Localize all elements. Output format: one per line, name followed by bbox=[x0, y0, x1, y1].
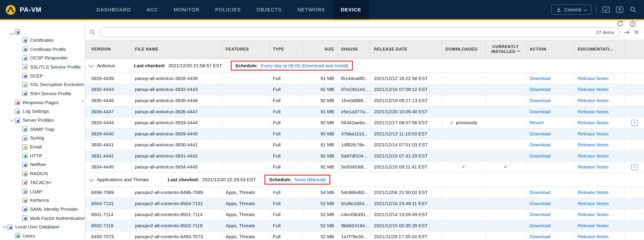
save-config-icon[interactable] bbox=[602, 5, 610, 14]
nav-item-acc[interactable]: ACC bbox=[139, 0, 166, 19]
refresh-icon[interactable] bbox=[617, 20, 624, 27]
release-notes-link[interactable]: Release Notes bbox=[578, 223, 609, 228]
release-notes-link[interactable]: Release Notes bbox=[578, 153, 609, 158]
nav-item-device[interactable]: DEVICE bbox=[333, 0, 369, 19]
sidebar-item-response-pages[interactable]: Response Pages bbox=[0, 98, 85, 107]
download-link[interactable]: Download bbox=[530, 98, 551, 103]
download-link[interactable]: Download bbox=[530, 109, 551, 114]
collapse-group-icon[interactable] bbox=[89, 177, 94, 182]
column-header-documentation[interactable]: DOCUMENTATI... bbox=[574, 40, 624, 58]
column-header-release_date[interactable]: RELEASE DATE bbox=[370, 40, 442, 58]
download-link[interactable]: Download bbox=[530, 153, 551, 158]
nav-item-network[interactable]: NETWORK bbox=[290, 0, 333, 19]
sidebar-item-partial[interactable] bbox=[0, 20, 85, 36]
cell-type: Full bbox=[270, 106, 303, 117]
update-row: 8502-7118panupv2-all-contents-8502-7118A… bbox=[86, 220, 644, 231]
sidebar-item-syslog[interactable]: Syslog bbox=[0, 134, 85, 143]
cell-sha256: 47bba1115... bbox=[338, 128, 370, 139]
release-notes-link[interactable]: Release Notes bbox=[578, 142, 609, 147]
server-profiles-icon bbox=[15, 118, 20, 123]
filter-input[interactable] bbox=[105, 29, 596, 35]
last-checked-value: 2021/12/20 22:29:53 EST bbox=[202, 177, 256, 182]
nav-item-monitor[interactable]: MONITOR bbox=[166, 0, 208, 19]
sidebar-item-server-profiles[interactable]: Server Profiles bbox=[0, 116, 85, 125]
nav-item-objects[interactable]: OBJECTS bbox=[248, 0, 290, 19]
sidebar-item-http[interactable]: HTTP bbox=[0, 151, 85, 160]
sidebar-item-radius[interactable]: RADIUS bbox=[0, 169, 85, 178]
release-notes-link[interactable]: Release Notes bbox=[578, 190, 609, 195]
column-header-features[interactable]: FEATURES bbox=[222, 40, 270, 58]
download-link[interactable]: Download bbox=[530, 87, 551, 92]
download-link[interactable]: Download bbox=[530, 131, 551, 136]
chevron-down-icon[interactable] bbox=[10, 31, 14, 35]
sidebar-item-tacacs[interactable]: TACACS+ bbox=[0, 178, 85, 187]
column-header-file_name[interactable]: FILE NAME bbox=[131, 40, 222, 58]
nav-item-dashboard[interactable]: DASHBOARD bbox=[88, 0, 139, 19]
sidebar-item-scep[interactable]: SCEP bbox=[0, 71, 85, 80]
sidebar-item-ssl-tls-service-profile[interactable]: SSL/TLS Service Profile bbox=[0, 62, 85, 71]
sidebar-item-netflow[interactable]: Netflow bbox=[0, 160, 85, 169]
download-link[interactable]: Download bbox=[530, 76, 551, 81]
download-link[interactable]: Download bbox=[530, 142, 551, 147]
sidebar-item-email[interactable]: Email bbox=[0, 142, 85, 151]
release-notes-link[interactable]: Release Notes bbox=[578, 120, 609, 125]
cell-installed bbox=[485, 231, 526, 240]
commit-button[interactable]: Commit bbox=[551, 4, 592, 15]
download-link[interactable]: Download bbox=[530, 223, 551, 228]
release-notes-link[interactable]: Release Notes bbox=[578, 212, 609, 217]
column-header-installed[interactable]: CURRENTLY INSTALLED bbox=[485, 40, 526, 58]
column-header-type[interactable]: TYPE bbox=[270, 40, 303, 58]
column-header-version[interactable]: VERSION bbox=[86, 40, 132, 58]
sidebar-item-ldap[interactable]: LDAP bbox=[0, 187, 85, 196]
release-notes-link[interactable]: Release Notes bbox=[578, 165, 609, 169]
release-notes-link[interactable]: Release Notes bbox=[578, 131, 609, 136]
revert-link[interactable]: Revert bbox=[530, 120, 544, 125]
push-config-icon[interactable] bbox=[615, 5, 624, 14]
clear-filter-icon[interactable] bbox=[634, 29, 639, 35]
sidebar-item-snmp-trap[interactable]: SNMP Trap bbox=[0, 125, 85, 134]
download-link[interactable]: Download bbox=[530, 212, 551, 217]
sidebar-item-saml-identity-provider[interactable]: SAML Identity Provider bbox=[0, 205, 85, 214]
sidebar-item-ocsp-responder[interactable]: OCSP Responder bbox=[0, 53, 85, 62]
help-icon[interactable]: ? bbox=[630, 21, 636, 27]
schedule-link[interactable]: Every day at 08:00 (Download and Install… bbox=[261, 63, 348, 68]
sidebar-item-label: Certificate Profile bbox=[30, 46, 66, 51]
release-notes-link[interactable]: Release Notes bbox=[578, 76, 609, 81]
cell-version: 8502-7118 bbox=[86, 220, 132, 231]
sidebar-item-log-settings[interactable]: Log Settings bbox=[0, 107, 85, 116]
chevron-down-icon[interactable] bbox=[10, 118, 14, 122]
release-notes-link[interactable]: Release Notes bbox=[578, 201, 609, 206]
download-link[interactable]: Download bbox=[530, 190, 551, 195]
delete-icon[interactable]: × bbox=[631, 120, 638, 126]
schedule-link[interactable]: None (Manual) bbox=[294, 177, 326, 182]
chevron-down-icon[interactable] bbox=[2, 224, 6, 228]
sidebar-item-local-user-database[interactable]: Local User Database bbox=[0, 223, 85, 232]
column-header-downloaded[interactable]: DOWNLOADED bbox=[442, 40, 485, 58]
nav-item-policies[interactable]: POLICIES bbox=[208, 0, 249, 19]
sidebar-item-multi-factor-authentication[interactable]: Multi Factor Authentication bbox=[0, 214, 85, 223]
release-notes-link[interactable]: Release Notes bbox=[578, 87, 609, 92]
download-link[interactable]: Download bbox=[530, 234, 551, 239]
column-header-sha256[interactable]: SHA256 bbox=[338, 40, 370, 58]
update-row: 8504-7131panupv2-all-contents-8504-7131A… bbox=[86, 198, 644, 209]
column-header-size[interactable]: SIZE bbox=[303, 40, 338, 58]
email-icon bbox=[22, 144, 28, 150]
column-header-delete[interactable] bbox=[624, 40, 644, 58]
delete-icon[interactable]: × bbox=[631, 164, 638, 170]
cell-type: Full bbox=[270, 84, 303, 95]
cell-file_name: panup-all-antivirus-3928-4439 bbox=[131, 73, 222, 84]
apply-filter-icon[interactable] bbox=[624, 29, 630, 35]
release-notes-link[interactable]: Release Notes bbox=[578, 234, 609, 239]
sidebar-item-ssh-service-profile[interactable]: SSH Service Profile bbox=[0, 89, 85, 98]
sidebar-item-certificates[interactable]: Certificates bbox=[0, 36, 85, 45]
collapse-group-icon[interactable] bbox=[89, 63, 94, 67]
column-header-action[interactable]: ACTION bbox=[526, 40, 574, 58]
release-notes-link[interactable]: Release Notes bbox=[578, 109, 609, 114]
release-notes-link[interactable]: Release Notes bbox=[578, 98, 609, 103]
sidebar-item-kerberos[interactable]: Kerberos bbox=[0, 196, 85, 205]
download-link[interactable]: Download bbox=[530, 201, 551, 206]
sidebar-item-ssl-decryption-exclusion[interactable]: SSL Decryption Exclusion bbox=[0, 80, 85, 89]
sidebar-item-users[interactable]: Users bbox=[0, 231, 85, 240]
sidebar-item-certificate-profile[interactable]: Certificate Profile bbox=[0, 44, 85, 53]
global-search-icon[interactable] bbox=[629, 5, 638, 14]
